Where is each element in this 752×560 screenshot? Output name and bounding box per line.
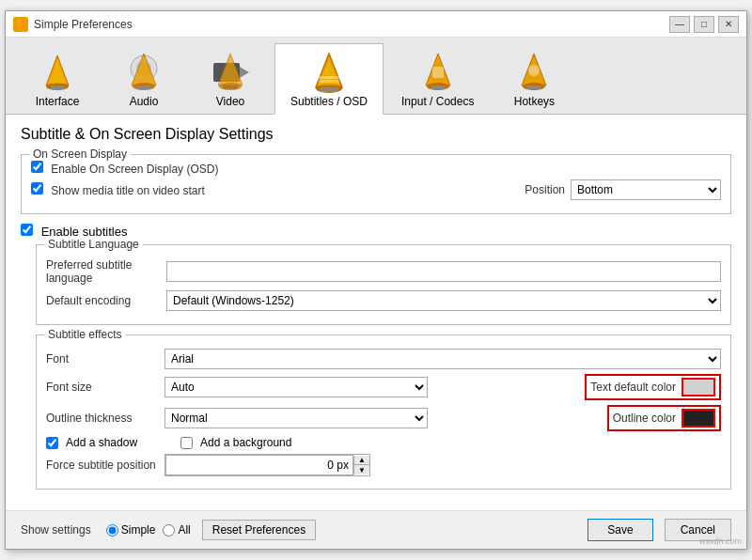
tab-input[interactable]: Input / Codecs — [385, 43, 490, 114]
radio-simple: Simple — [106, 523, 156, 537]
preferred-language-input[interactable] — [166, 261, 721, 282]
input-icon — [415, 50, 461, 95]
osd-group-label: On Screen Display — [29, 148, 131, 161]
svg-rect-26 — [526, 86, 541, 89]
bottom-bar: Show settings Simple All Reset Preferenc… — [6, 510, 746, 549]
svg-point-13 — [219, 83, 242, 90]
effects-group: Subtitle effects Font Arial Times New Ro… — [36, 334, 731, 490]
video-icon — [208, 50, 253, 95]
tab-audio[interactable]: Audio — [102, 43, 186, 114]
minimize-button[interactable]: — — [669, 16, 690, 33]
close-button[interactable]: ✕ — [718, 16, 739, 33]
svg-point-27 — [528, 65, 540, 76]
tab-interface[interactable]: Interface — [15, 43, 100, 114]
preferred-language-row: Preferred subtitle language — [46, 258, 721, 285]
language-group: Subtitle Language Preferred subtitle lan… — [36, 244, 731, 325]
window-title: Simple Preferences — [34, 18, 133, 31]
outline-row: Outline thickness Normal Thin Thick None… — [46, 405, 721, 431]
title-bar: 🔶 Simple Preferences — □ ✕ — [6, 11, 746, 38]
nav-tabs: Interface Audio Video — [6, 38, 746, 115]
svg-rect-22 — [431, 86, 446, 89]
svg-rect-17 — [320, 87, 338, 92]
fontsize-select[interactable]: Auto Small Normal Large — [164, 377, 428, 397]
enable-subtitles-checkbox[interactable] — [21, 224, 33, 236]
tab-subtitles[interactable]: Subtitles / OSD — [274, 43, 384, 115]
tab-audio-label: Audio — [130, 95, 159, 108]
page-content: Subtitle & On Screen Display Settings On… — [6, 115, 746, 510]
show-settings-label: Show settings — [21, 523, 91, 537]
enable-osd-row: Enable On Screen Display (OSD) — [31, 161, 721, 176]
enable-subtitles-label: Enable subtitles — [21, 224, 127, 239]
watermark: wsxdn.com — [699, 537, 742, 546]
outline-select[interactable]: Normal Thin Thick None — [164, 408, 428, 428]
force-position-row: Force subtitle position ▲ ▼ — [46, 454, 721, 476]
title-controls: — □ ✕ — [669, 16, 739, 33]
position-label: Position — [525, 183, 565, 196]
tab-subtitles-label: Subtitles / OSD — [290, 95, 368, 108]
text-default-color-group: Text default color — [585, 374, 721, 400]
font-select[interactable]: Arial Times New Roman Courier New — [164, 349, 721, 369]
effects-group-label: Subtitle effects — [44, 328, 126, 341]
font-label: Font — [46, 352, 159, 366]
outline-label: Outline thickness — [46, 412, 159, 425]
tab-hotkeys[interactable]: Hotkeys — [492, 43, 576, 114]
tab-video-label: Video — [216, 95, 244, 108]
radio-group: Simple All — [106, 523, 191, 537]
force-position-spinbox: ▲ ▼ — [164, 454, 370, 476]
spinbox-up-btn[interactable]: ▲ — [354, 456, 369, 465]
maximize-button[interactable]: □ — [694, 16, 714, 33]
svg-marker-10 — [240, 67, 249, 78]
svg-marker-2 — [48, 59, 67, 84]
encoding-label: Default encoding — [46, 294, 159, 307]
save-button[interactable]: Save — [588, 519, 652, 541]
hotkeys-icon — [511, 50, 556, 95]
page-title: Subtitle & On Screen Display Settings — [21, 126, 731, 143]
text-default-color-btn[interactable] — [682, 378, 715, 397]
font-row: Font Arial Times New Roman Courier New — [46, 349, 721, 369]
add-background-label: Add a background — [180, 436, 291, 449]
tab-interface-label: Interface — [36, 95, 80, 108]
spinbox-arrows: ▲ ▼ — [353, 456, 369, 474]
language-group-label: Subtitle Language — [44, 238, 143, 251]
osd-group: On Screen Display Enable On Screen Displ… — [21, 154, 731, 214]
text-default-color-label: Text default color — [590, 381, 676, 394]
enable-osd-label: Enable On Screen Display (OSD) — [31, 161, 218, 176]
enable-subtitles-row: Enable subtitles — [21, 224, 731, 239]
reset-preferences-button[interactable]: Reset Preferences — [202, 520, 316, 540]
radio-all-input[interactable] — [163, 524, 175, 537]
outline-color-label: Outline color — [613, 412, 676, 425]
interface-icon — [35, 50, 80, 95]
show-title-label: Show media title on video start — [31, 182, 205, 197]
enable-osd-checkbox[interactable] — [31, 161, 43, 173]
preferred-language-label: Preferred subtitle language — [46, 258, 159, 285]
subtitle-subsection: Subtitle Language Preferred subtitle lan… — [21, 244, 731, 490]
spinbox-down-btn[interactable]: ▼ — [354, 465, 369, 474]
encoding-select[interactable]: Default (Windows-1252) UTF-8 UTF-16 — [166, 290, 721, 311]
svg-rect-23 — [432, 67, 444, 78]
tab-hotkeys-label: Hotkeys — [514, 95, 555, 108]
add-background-checkbox[interactable] — [180, 437, 193, 449]
encoding-row: Default encoding Default (Windows-1252) … — [46, 290, 721, 311]
svg-rect-18 — [316, 76, 342, 79]
position-select[interactable]: Bottom Top Left Right — [571, 179, 721, 200]
position-group: Position Bottom Top Left Right — [525, 179, 721, 200]
show-title-row: Show media title on video start Position… — [31, 179, 721, 200]
outline-color-btn[interactable] — [682, 409, 715, 428]
fontsize-row: Font size Auto Small Normal Large Text d… — [46, 374, 721, 400]
title-bar-left: 🔶 Simple Preferences — [13, 17, 133, 32]
radio-all: All — [163, 523, 190, 537]
audio-icon — [121, 50, 166, 95]
add-shadow-checkbox[interactable] — [46, 437, 58, 449]
window-icon: 🔶 — [13, 17, 28, 32]
radio-simple-input[interactable] — [106, 524, 118, 537]
svg-rect-8 — [136, 86, 151, 89]
tab-video[interactable]: Video — [188, 43, 273, 114]
outline-color-group: Outline color — [607, 405, 721, 431]
shadow-background-row: Add a shadow Add a background — [46, 436, 721, 449]
subtitles-icon — [306, 50, 352, 95]
force-position-input[interactable] — [165, 455, 353, 475]
fontsize-label: Font size — [46, 381, 159, 394]
force-position-label: Force subtitle position — [46, 459, 159, 472]
main-window: 🔶 Simple Preferences — □ ✕ Interface — [5, 10, 747, 550]
show-title-checkbox[interactable] — [31, 182, 43, 194]
